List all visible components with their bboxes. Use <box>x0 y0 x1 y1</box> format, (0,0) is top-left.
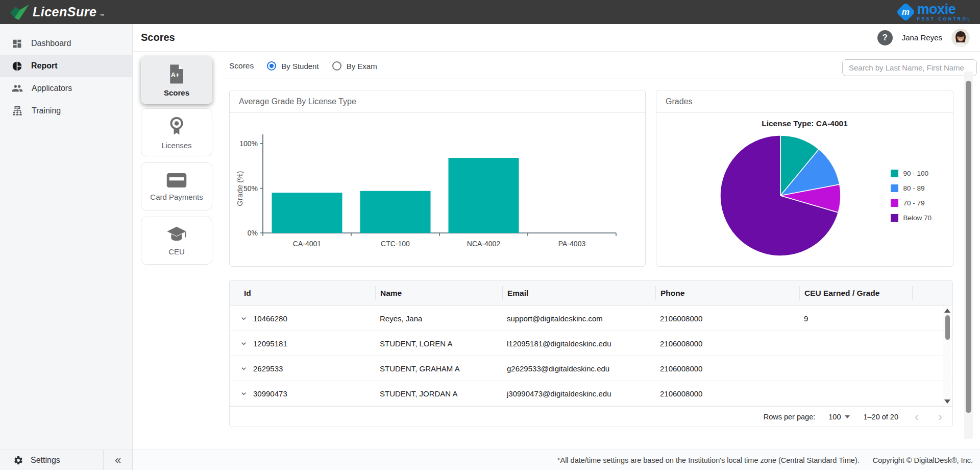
pagination-range: 1–20 of 20 <box>863 413 898 421</box>
moxie-tagline: PEST CONTROL <box>917 17 972 21</box>
collapse-sidebar-button[interactable]: « <box>103 450 133 470</box>
sidebar-item-dashboard[interactable]: Dashboard <box>0 32 132 55</box>
cell-id: 10466280 <box>230 314 375 323</box>
bar-chart-card: Average Grade By License Type Grade (%)0… <box>229 90 646 267</box>
report-tab-card-payments[interactable]: Card Payments <box>141 162 212 210</box>
expand-row-chevron-icon[interactable] <box>240 365 248 372</box>
scroll-up-arrow-icon[interactable] <box>944 309 950 313</box>
timezone-note: *All date/time settings are based on the… <box>557 456 860 464</box>
column-header-ceu[interactable]: CEU Earned / Grade <box>799 286 912 300</box>
top-bar: LicenSure ™ m moxie PEST CONTROL <box>0 0 980 24</box>
report-pie-icon <box>12 61 22 72</box>
cell-id: 2629533 <box>230 364 375 373</box>
caret-down-icon <box>845 415 850 418</box>
column-header-name[interactable]: Name <box>375 286 502 300</box>
legend-swatch-icon <box>891 184 898 192</box>
licensure-check-icon <box>8 4 30 20</box>
radio-by-student[interactable]: By Student <box>267 61 318 70</box>
moxie-name: moxie <box>917 3 972 16</box>
cell-name: STUDENT, GRAHAM A <box>375 364 502 373</box>
legend-label: 80 - 89 <box>903 184 924 192</box>
bar-NCA-4002 <box>449 158 519 233</box>
legend-item: 80 - 89 <box>891 184 932 192</box>
pie-chart-card: Grades License Type: CA-4001 90 - 10080 … <box>656 90 953 267</box>
sidebar-item-label: Dashboard <box>31 39 71 48</box>
graduation-cap-icon <box>166 226 187 243</box>
previous-page-button[interactable]: ‹ <box>912 411 922 423</box>
report-tab-scores[interactable]: A+Scores <box>141 56 212 104</box>
column-header-id[interactable]: Id <box>230 286 375 300</box>
svg-text:CTC-100: CTC-100 <box>381 240 410 248</box>
report-tab-label: Licenses <box>161 141 191 150</box>
cell-email: l12095181@digitaldeskinc.edu <box>502 339 655 348</box>
sidebar-nav: DashboardReportApplicatorsTraining <box>0 24 132 122</box>
next-page-button[interactable]: › <box>935 411 945 423</box>
license-award-icon <box>167 115 186 137</box>
dashboard-icon <box>12 38 22 49</box>
bar-CTC-100 <box>360 191 431 233</box>
cell-email: j30990473@digitaldeskinc.edu <box>502 389 655 398</box>
credit-card-icon <box>166 172 187 189</box>
report-tab-licenses[interactable]: Licenses <box>141 108 212 156</box>
moxie-logo: m moxie PEST CONTROL <box>899 3 972 21</box>
table-scrollbar-thumb[interactable] <box>945 315 950 340</box>
page-scrollbar <box>964 72 973 439</box>
svg-text:Grade (%): Grade (%) <box>235 171 244 206</box>
legend-item: Below 70 <box>891 214 932 222</box>
search-input[interactable] <box>842 59 977 76</box>
double-chevron-left-icon: « <box>115 454 121 467</box>
expand-row-chevron-icon[interactable] <box>240 340 248 347</box>
radio-by-exam[interactable]: By Exam <box>332 61 377 70</box>
avatar-image <box>951 29 970 47</box>
moxie-m: m <box>902 7 910 17</box>
avatar[interactable] <box>951 29 970 47</box>
pie-chart-subtitle: License Type: CA-4001 <box>656 119 953 128</box>
table-body: 10466280Reyes, Janasupport@digitaldeskin… <box>230 306 952 406</box>
legend-label: 70 - 79 <box>903 199 924 207</box>
cell-name: STUDENT, LOREN A <box>375 339 502 348</box>
rows-per-page-select[interactable]: 100 <box>828 413 850 421</box>
radio-circle-icon <box>332 61 341 70</box>
expand-row-chevron-icon[interactable] <box>240 315 248 322</box>
brand-name: LicenSure <box>33 5 96 19</box>
bar-CA-4001 <box>272 193 342 233</box>
licensure-logo: LicenSure ™ <box>8 4 104 20</box>
cell-phone: 2106008000 <box>655 314 799 323</box>
sidebar-item-label: Training <box>32 106 61 115</box>
table-row: 12095181STUDENT, LOREN Al12095181@digita… <box>230 331 952 356</box>
gear-icon <box>13 455 23 465</box>
legend-swatch-icon <box>891 199 898 207</box>
sidebar: DashboardReportApplicatorsTraining <box>0 24 133 450</box>
cell-name: Reyes, Jana <box>375 314 502 323</box>
copyright: Copyright © DigitalDesk®, Inc. <box>873 456 973 464</box>
legend-label: 90 - 100 <box>903 170 928 177</box>
expand-row-chevron-icon[interactable] <box>240 390 248 397</box>
sidebar-item-applicators[interactable]: Applicators <box>0 77 132 100</box>
column-header-phone[interactable]: Phone <box>655 286 799 300</box>
sidebar-item-report[interactable]: Report <box>0 55 132 77</box>
settings-button[interactable]: Settings <box>0 450 103 470</box>
help-button[interactable]: ? <box>877 30 893 45</box>
cell-name: STUDENT, JORDAN A <box>375 389 502 398</box>
legend-label: Below 70 <box>903 214 932 222</box>
svg-text:100%: 100% <box>239 139 258 148</box>
legend-item: 70 - 79 <box>891 199 932 207</box>
radio-circle-icon <box>267 61 276 70</box>
table-pagination: Rows per page: 100 1–20 of 20 ‹ › <box>230 406 952 427</box>
legend-item: 90 - 100 <box>891 170 932 177</box>
question-mark-icon: ? <box>883 33 888 43</box>
column-header-email[interactable]: Email <box>502 286 655 300</box>
bottom-bar: Settings « *All date/time settings are b… <box>0 450 980 470</box>
table-row: 30990473STUDENT, JORDAN Aj30990473@digit… <box>230 381 952 406</box>
training-org-icon <box>12 105 23 116</box>
cell-id: 30990473 <box>230 389 375 398</box>
page-scrollbar-thumb[interactable] <box>966 81 971 413</box>
legend-swatch-icon <box>891 214 898 222</box>
report-tab-ceu[interactable]: CEU <box>141 217 212 265</box>
svg-text:NCA-4002: NCA-4002 <box>467 240 501 248</box>
sidebar-item-training[interactable]: Training <box>0 100 132 122</box>
scroll-down-arrow-icon[interactable] <box>944 400 950 404</box>
column-header-spacer <box>912 286 945 300</box>
cell-phone: 2106008000 <box>655 339 799 348</box>
svg-text:50%: 50% <box>243 184 258 193</box>
